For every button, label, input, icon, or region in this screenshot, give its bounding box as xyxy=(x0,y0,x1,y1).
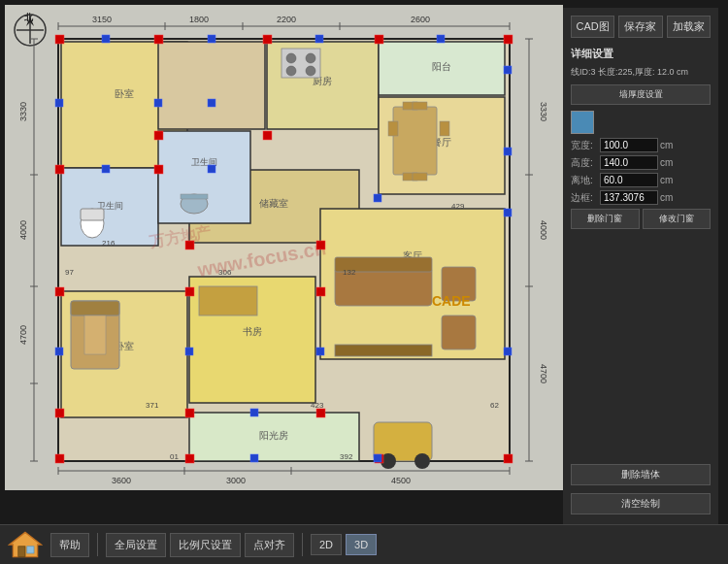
svg-rect-123 xyxy=(185,409,194,417)
svg-text:132: 132 xyxy=(343,268,356,277)
svg-point-58 xyxy=(306,53,315,63)
svg-rect-124 xyxy=(316,409,325,417)
width-input[interactable] xyxy=(600,138,658,152)
svg-rect-143 xyxy=(504,348,512,355)
load-home-button[interactable]: 加载家 xyxy=(667,16,711,38)
save-home-button[interactable]: 保存家 xyxy=(618,16,662,38)
svg-text:4700: 4700 xyxy=(18,325,28,345)
svg-text:216: 216 xyxy=(102,239,116,248)
svg-rect-134 xyxy=(504,66,512,74)
svg-text:卧室: 卧室 xyxy=(115,88,134,99)
svg-text:4000: 4000 xyxy=(539,220,548,240)
svg-rect-126 xyxy=(185,454,194,463)
svg-text:62: 62 xyxy=(490,401,499,410)
svg-rect-69 xyxy=(413,102,427,110)
full-setup-btn[interactable]: 全局设置 xyxy=(106,533,166,557)
svg-text:97: 97 xyxy=(65,268,74,277)
svg-rect-139 xyxy=(504,209,512,216)
floorplan-svg[interactable]: 北 3150 1800 2200 2600 3 xyxy=(5,5,563,490)
border-input[interactable] xyxy=(600,190,658,205)
detail-section: 详细设置 线ID:3 长度:225,厚度: 12.0 cm 墙厚度设置 宽度: … xyxy=(571,46,711,232)
svg-text:北: 北 xyxy=(23,13,34,22)
border-label: 边框: xyxy=(571,190,598,206)
svg-text:3330: 3330 xyxy=(18,102,28,121)
svg-rect-131 xyxy=(55,99,63,107)
svg-text:3330: 3330 xyxy=(539,102,548,121)
svg-text:阳台: 阳台 xyxy=(432,61,451,72)
svg-rect-122 xyxy=(55,409,64,417)
cad-button[interactable]: CAD图 xyxy=(571,16,614,38)
svg-rect-85 xyxy=(335,345,432,356)
floor-unit: cm xyxy=(660,173,673,188)
svg-rect-130 xyxy=(437,35,445,43)
svg-text:4700: 4700 xyxy=(539,364,548,383)
width-row: 宽度: cm xyxy=(571,138,711,153)
delete-door-btn[interactable]: 删除门窗 xyxy=(571,209,640,229)
svg-text:阳光房: 阳光房 xyxy=(259,430,288,441)
floorplan-area: 北 3150 1800 2200 2600 3 xyxy=(5,5,563,490)
floor-input[interactable] xyxy=(600,173,658,187)
svg-rect-65 xyxy=(393,107,437,175)
svg-rect-129 xyxy=(315,35,323,43)
svg-rect-137 xyxy=(208,165,215,173)
btn-3d[interactable]: 3D xyxy=(346,534,377,555)
svg-rect-87 xyxy=(442,315,476,349)
modify-door-btn[interactable]: 修改门窗 xyxy=(643,209,711,229)
svg-rect-117 xyxy=(185,241,194,249)
svg-rect-132 xyxy=(154,99,162,107)
delete-wall-btn[interactable]: 删除墙体 xyxy=(571,464,711,485)
separator-1 xyxy=(97,533,98,556)
svg-rect-133 xyxy=(208,99,215,107)
height-row: 高度: cm xyxy=(571,155,711,171)
svg-text:392: 392 xyxy=(340,452,353,461)
svg-rect-120 xyxy=(185,287,194,296)
svg-rect-145 xyxy=(250,454,258,462)
svg-rect-66 xyxy=(388,121,398,136)
svg-rect-106 xyxy=(55,35,64,44)
svg-rect-136 xyxy=(102,165,110,173)
svg-rect-71 xyxy=(413,173,427,181)
detail-title: 详细设置 xyxy=(571,46,711,63)
svg-rect-127 xyxy=(102,35,110,43)
height-label: 高度: xyxy=(571,155,598,171)
clear-draw-btn[interactable]: 清空绘制 xyxy=(571,493,711,514)
btn-2d[interactable]: 2D xyxy=(311,534,342,555)
help-btn[interactable]: 帮助 xyxy=(50,533,89,557)
svg-text:429: 429 xyxy=(451,202,465,211)
height-input[interactable] xyxy=(600,155,658,170)
svg-rect-67 xyxy=(440,121,449,136)
svg-text:3600: 3600 xyxy=(112,476,131,485)
svg-text:储藏室: 储藏室 xyxy=(259,198,288,209)
top-button-row: CAD图 保存家 加载家 xyxy=(571,16,711,38)
svg-rect-138 xyxy=(374,194,381,202)
svg-rect-80 xyxy=(199,286,257,315)
bottom-toolbar: 帮助 全局设置 比例尺设置 点对齐 2D 3D xyxy=(0,524,728,564)
svg-rect-109 xyxy=(504,454,513,463)
svg-text:书房: 书房 xyxy=(243,326,262,337)
svg-rect-135 xyxy=(504,148,512,155)
svg-rect-119 xyxy=(55,287,64,296)
svg-text:4000: 4000 xyxy=(18,220,28,240)
scale-setup-btn[interactable]: 比例尺设置 xyxy=(170,533,241,557)
svg-rect-110 xyxy=(154,35,163,44)
border-unit: cm xyxy=(660,190,673,206)
color-picker[interactable] xyxy=(571,111,594,134)
separator-2 xyxy=(302,533,303,556)
svg-text:CADE: CADE xyxy=(432,293,471,309)
svg-text:4500: 4500 xyxy=(391,476,411,485)
svg-rect-111 xyxy=(263,35,272,44)
svg-rect-108 xyxy=(55,454,64,463)
wall-thickness-btn[interactable]: 墙厚度设置 xyxy=(571,84,711,105)
svg-rect-118 xyxy=(316,241,325,249)
height-unit: cm xyxy=(660,155,673,171)
svg-rect-149 xyxy=(18,547,25,557)
svg-rect-77 xyxy=(181,194,208,199)
svg-text:2600: 2600 xyxy=(411,15,430,24)
svg-rect-146 xyxy=(374,454,381,462)
svg-rect-112 xyxy=(375,35,383,44)
svg-text:3150: 3150 xyxy=(92,15,112,24)
align-btn[interactable]: 点对齐 xyxy=(245,533,294,557)
svg-text:2200: 2200 xyxy=(277,15,296,24)
floor-label: 离地: xyxy=(571,173,598,188)
svg-text:423: 423 xyxy=(311,401,324,410)
